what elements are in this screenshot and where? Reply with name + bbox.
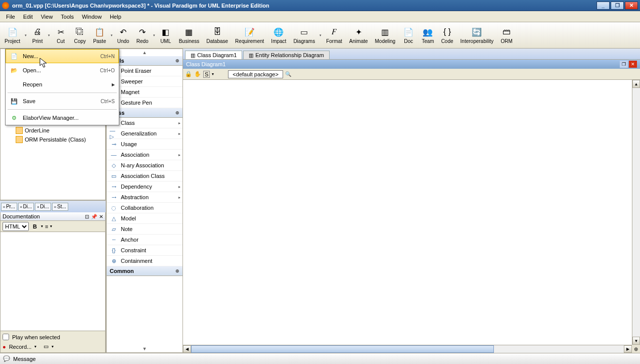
nav-tab[interactable]: ▫Di... bbox=[35, 203, 51, 211]
menu-item-open-[interactable]: 📂Open...Ctrl+O bbox=[6, 63, 119, 77]
scroll-down-button[interactable]: ▼ bbox=[632, 337, 640, 345]
menu-item-save[interactable]: 💾SaveCtrl+S bbox=[6, 94, 119, 108]
palette-item-containment[interactable]: ⊕Containment bbox=[107, 256, 182, 266]
toolbar-dropdown-icon[interactable]: ▾ bbox=[318, 22, 323, 48]
toolbar-uml-button[interactable]: ◧UML bbox=[156, 22, 175, 48]
toolbar-doc-button[interactable]: 📄Doc bbox=[399, 22, 418, 48]
diagram-close-button[interactable]: ✕ bbox=[629, 61, 637, 68]
lock-icon[interactable]: 🔒 bbox=[185, 71, 192, 77]
package-crumb[interactable]: <default package> bbox=[228, 70, 283, 78]
menu-edit[interactable]: Edit bbox=[19, 12, 37, 21]
toolbar-diagrams-button[interactable]: ▭Diagrams bbox=[290, 22, 318, 48]
toolbar-team-button[interactable]: 👥Team bbox=[418, 22, 437, 48]
toolbar-code-button[interactable]: { }Code bbox=[438, 22, 457, 48]
close-button[interactable]: ✕ bbox=[625, 2, 638, 10]
toolbar-redo-button[interactable]: ↷Redo bbox=[133, 22, 152, 48]
diagram-maximize-button[interactable]: ❐ bbox=[620, 61, 628, 68]
toolbar-cut-button[interactable]: ✂Cut bbox=[51, 22, 70, 48]
palette-item-anchor[interactable]: ┄Anchor bbox=[107, 235, 182, 245]
palette-item-collaboration[interactable]: ◌Collaboration bbox=[107, 203, 182, 213]
menu-help[interactable]: Help bbox=[106, 12, 125, 21]
toolbar-copy-button[interactable]: ⿻Copy bbox=[70, 22, 89, 48]
palette-item-abstraction[interactable]: ⤏Abstraction▸ bbox=[107, 192, 182, 203]
vertical-scrollbar[interactable]: ▲ ▼ bbox=[632, 80, 640, 345]
nav-tab[interactable]: ▫St... bbox=[52, 203, 68, 211]
tree-item-label: ORM Persistable (Class) bbox=[25, 136, 86, 143]
bold-button[interactable]: B bbox=[31, 223, 39, 230]
business-icon: ▦ bbox=[184, 26, 195, 37]
menubar: FileEditViewToolsWindowHelp bbox=[0, 11, 640, 22]
format-select[interactable]: HTML bbox=[3, 222, 29, 231]
toolbar-dropdown-icon[interactable]: ▾ bbox=[24, 22, 28, 48]
stop-icon[interactable]: ▭ bbox=[43, 343, 49, 350]
hand-icon[interactable]: ✋ bbox=[194, 71, 201, 77]
toolbar-print-button[interactable]: 🖨Print bbox=[28, 22, 47, 48]
toolbar-modeling-button[interactable]: ▥Modeling bbox=[372, 22, 399, 48]
palette-group-header[interactable]: Common⊕ bbox=[107, 266, 182, 276]
expand-icon: ⊕ bbox=[175, 268, 179, 274]
pin-icon[interactable]: ⊡ bbox=[85, 214, 89, 219]
nav-tabstrip: ▫Pr...▫Di...▫Di...▫St... bbox=[0, 200, 106, 212]
menu-file[interactable]: File bbox=[2, 12, 19, 21]
nav-tab[interactable]: ▫Di... bbox=[18, 203, 34, 211]
toolbar-paste-button[interactable]: 📋Paste bbox=[89, 22, 110, 48]
tool-icon: ▭ bbox=[110, 173, 118, 179]
close-icon[interactable]: ✕ bbox=[99, 214, 103, 219]
toolbar-dropdown-icon[interactable]: ▾ bbox=[47, 22, 51, 48]
palette-item-dependency[interactable]: ⤍Dependency▸ bbox=[107, 181, 182, 192]
menu-item-icon: ⚙ bbox=[10, 114, 19, 122]
play-checkbox[interactable] bbox=[3, 334, 9, 340]
record-button[interactable]: Record... bbox=[9, 344, 32, 350]
submenu-arrow-icon: ▸ bbox=[178, 131, 180, 136]
palette-item-usage[interactable]: ⊸Usage bbox=[107, 139, 182, 150]
scroll-right-button[interactable]: ▶ bbox=[624, 345, 632, 353]
menu-window[interactable]: Window bbox=[78, 12, 106, 21]
scroll-up-button[interactable]: ▲ bbox=[632, 80, 640, 88]
doc-body[interactable] bbox=[1, 232, 105, 331]
tree-item[interactable]: OrderLine bbox=[1, 126, 105, 135]
horizontal-scrollbar[interactable]: ◀ ▶ bbox=[183, 345, 632, 353]
menu-view[interactable]: View bbox=[37, 12, 57, 21]
toolbar-project-button[interactable]: 📄Project bbox=[1, 22, 24, 48]
palette-scroll-down[interactable]: ▼ bbox=[107, 345, 182, 352]
app-icon bbox=[2, 2, 9, 9]
toolbar-dropdown-icon[interactable]: ▾ bbox=[110, 22, 114, 48]
toolbar-orm-button[interactable]: 🗃ORM bbox=[497, 22, 516, 48]
tree-item-label: OrderLine bbox=[25, 127, 50, 133]
tool-icon: —▷ bbox=[110, 130, 118, 136]
toolbar-business-button[interactable]: ▦Business bbox=[175, 22, 203, 48]
pin-icon[interactable]: 📌 bbox=[91, 214, 97, 219]
maximize-button[interactable]: ❐ bbox=[611, 2, 624, 10]
palette-item-association[interactable]: —Association▸ bbox=[107, 150, 182, 160]
tool-icon: ⊸ bbox=[110, 141, 118, 147]
resize-grip[interactable]: ⊕ bbox=[632, 345, 640, 353]
menu-tools[interactable]: Tools bbox=[57, 12, 78, 21]
palette-item-generalization[interactable]: —▷Generalization▸ bbox=[107, 128, 182, 139]
select-icon[interactable]: S bbox=[203, 71, 210, 78]
palette-item-association-class[interactable]: ▭Association Class bbox=[107, 171, 182, 181]
tree-item[interactable]: ORM Persistable (Class) bbox=[1, 135, 105, 144]
toolbar-interoperability-button[interactable]: 🔄Interoperability bbox=[457, 22, 497, 48]
diagram-tab[interactable]: ▥Entity Relationship Diagram bbox=[243, 51, 330, 59]
scroll-left-button[interactable]: ◀ bbox=[183, 345, 191, 353]
search-icon[interactable]: 🔍 bbox=[285, 71, 291, 77]
toolbar-impact-button[interactable]: 🌐Impact bbox=[267, 22, 290, 48]
toolbar-format-button[interactable]: 𝐹Format bbox=[323, 22, 346, 48]
menu-item-new-[interactable]: 📄New...Ctrl+N bbox=[6, 49, 119, 63]
palette-item-n-ary-association[interactable]: ◇N-ary Association bbox=[107, 160, 182, 171]
palette-item-model[interactable]: △Model bbox=[107, 213, 182, 224]
toolbar-animate-button[interactable]: ✦Animate bbox=[346, 22, 372, 48]
diagram-tab[interactable]: ▥Class Diagram1 bbox=[185, 51, 242, 59]
toolbar-dropdown-icon[interactable]: ▾ bbox=[152, 22, 156, 48]
toolbar-database-button[interactable]: 🗄Database bbox=[203, 22, 232, 48]
palette-item-constraint[interactable]: {}Constraint bbox=[107, 245, 182, 256]
palette-item-note[interactable]: ▱Note bbox=[107, 224, 182, 235]
toolbar-undo-button[interactable]: ↶Undo bbox=[114, 22, 133, 48]
nav-tab[interactable]: ▫Pr... bbox=[1, 203, 17, 211]
scrollbar-thumb[interactable] bbox=[191, 345, 494, 353]
align-button[interactable]: ≡ bbox=[45, 223, 48, 230]
toolbar-requirement-button[interactable]: 📝Requirement bbox=[232, 22, 267, 48]
menu-item-elaborview-manager-[interactable]: ⚙ElaborView Manager... bbox=[6, 111, 119, 125]
menu-item-reopen[interactable]: Reopen▶ bbox=[6, 77, 119, 92]
minimize-button[interactable]: _ bbox=[597, 2, 610, 10]
